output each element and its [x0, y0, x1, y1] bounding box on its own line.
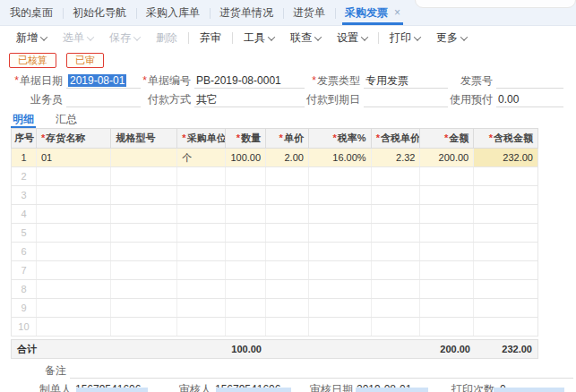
tab-detail[interactable]: 明细: [11, 112, 36, 128]
table-row[interactable]: 8: [11, 280, 538, 299]
table-cell[interactable]: [226, 167, 266, 185]
tab-purchase-invoice[interactable]: 采购发票 ×: [335, 0, 410, 25]
table-cell[interactable]: [177, 205, 226, 223]
table-cell[interactable]: [111, 149, 178, 166]
table-cell[interactable]: [309, 243, 372, 260]
table-cell[interactable]: 200.00: [420, 149, 474, 166]
column-header[interactable]: 规格型号: [111, 129, 178, 148]
table-cell[interactable]: [226, 224, 266, 242]
table-row[interactable]: 7: [11, 261, 538, 280]
table-cell[interactable]: [309, 167, 372, 185]
table-cell[interactable]: [226, 243, 266, 260]
table-cell[interactable]: [420, 280, 474, 298]
table-cell[interactable]: [372, 167, 421, 185]
table-row[interactable]: 6: [11, 243, 538, 261]
table-cell[interactable]: [309, 280, 372, 298]
column-header[interactable]: *税率%: [309, 129, 372, 148]
prepayment-field[interactable]: 0.00: [496, 92, 563, 107]
table-cell[interactable]: [226, 261, 266, 279]
table-cell[interactable]: [474, 186, 537, 204]
column-header[interactable]: *存货名称: [37, 129, 111, 148]
table-cell[interactable]: [474, 243, 537, 260]
table-cell[interactable]: [420, 243, 474, 260]
toolbar-button-unapprove[interactable]: 弃审: [200, 30, 221, 46]
table-cell[interactable]: [111, 318, 178, 336]
table-cell[interactable]: [474, 299, 537, 317]
table-cell[interactable]: [474, 167, 537, 185]
table-cell[interactable]: [177, 167, 226, 185]
column-header[interactable]: *单价: [266, 129, 309, 148]
tab-init-navigation[interactable]: 初始化导航: [63, 0, 136, 25]
payment-method-field[interactable]: 其它: [194, 92, 305, 107]
table-cell[interactable]: [226, 299, 266, 317]
toolbar-button-select-order[interactable]: 选单: [63, 30, 93, 46]
table-cell[interactable]: 2.32: [372, 149, 421, 166]
tab-incoming-order[interactable]: 进货单: [283, 0, 335, 25]
toolbar-button-add[interactable]: 新增: [16, 30, 47, 46]
bill-number-field[interactable]: PB-2019-08-0001: [194, 73, 305, 89]
salesperson-field[interactable]: [66, 92, 141, 107]
tab-summary[interactable]: 汇总: [54, 112, 79, 128]
table-cell[interactable]: [266, 261, 309, 279]
table-cell[interactable]: [37, 243, 111, 260]
table-cell[interactable]: [474, 261, 537, 279]
payment-due-date-field[interactable]: [364, 92, 448, 107]
table-cell[interactable]: [309, 205, 372, 223]
column-header[interactable]: *含税金额: [474, 129, 537, 148]
table-cell[interactable]: [474, 280, 537, 298]
table-cell[interactable]: [266, 205, 309, 223]
column-header[interactable]: *含税单价: [372, 129, 421, 148]
tab-my-desktop[interactable]: 我的桌面: [0, 0, 63, 25]
table-row[interactable]: 3: [11, 186, 538, 205]
close-icon[interactable]: ×: [394, 6, 400, 19]
table-cell[interactable]: [372, 261, 421, 279]
table-cell[interactable]: [111, 261, 178, 279]
table-cell[interactable]: [37, 280, 111, 298]
table-cell[interactable]: [37, 261, 111, 279]
table-row[interactable]: 101个100.002.0016.00%2.32200.00232.00: [11, 149, 538, 167]
tab-purchase-inbound[interactable]: 采购入库单: [136, 0, 210, 25]
table-cell[interactable]: [111, 186, 178, 204]
table-cell[interactable]: [111, 167, 178, 185]
table-cell[interactable]: [226, 318, 266, 336]
invoice-type-field[interactable]: 专用发票: [364, 73, 448, 89]
table-cell[interactable]: [309, 261, 372, 279]
toolbar-button-delete[interactable]: 删除: [156, 30, 177, 46]
table-cell[interactable]: [111, 224, 178, 242]
table-cell[interactable]: [37, 224, 111, 242]
table-cell[interactable]: [37, 318, 111, 336]
table-cell[interactable]: [37, 205, 111, 223]
column-header[interactable]: 序号: [12, 129, 37, 148]
table-cell[interactable]: 16.00%: [309, 149, 372, 166]
toolbar-button-tools[interactable]: 工具: [244, 30, 274, 46]
table-cell[interactable]: [111, 280, 178, 298]
table-cell[interactable]: [372, 243, 421, 260]
table-cell[interactable]: [177, 186, 226, 204]
toolbar-button-save[interactable]: 保存: [109, 30, 140, 46]
invoice-number-field[interactable]: [496, 73, 563, 89]
toolbar-button-settings[interactable]: 设置: [337, 30, 367, 46]
table-cell[interactable]: [266, 299, 309, 317]
table-cell[interactable]: [266, 280, 309, 298]
table-cell[interactable]: [372, 224, 421, 242]
table-cell[interactable]: [37, 186, 111, 204]
table-cell[interactable]: [420, 299, 474, 317]
table-cell[interactable]: [266, 224, 309, 242]
table-cell[interactable]: [309, 299, 372, 317]
table-cell[interactable]: [226, 186, 266, 204]
table-cell[interactable]: [177, 243, 226, 260]
table-cell[interactable]: [372, 318, 421, 336]
table-cell[interactable]: [309, 186, 372, 204]
table-cell[interactable]: [226, 280, 266, 298]
column-header[interactable]: *数量: [226, 129, 266, 148]
table-cell[interactable]: [177, 224, 226, 242]
toolbar-button-link-query[interactable]: 联查: [290, 30, 321, 46]
table-cell[interactable]: [372, 186, 421, 204]
table-cell[interactable]: 232.00: [474, 149, 537, 166]
toolbar-button-print[interactable]: 打印: [390, 30, 420, 46]
table-cell[interactable]: [37, 167, 111, 185]
column-header[interactable]: *采购单位: [177, 129, 226, 148]
table-cell[interactable]: [420, 167, 474, 185]
table-cell[interactable]: 个: [177, 149, 226, 166]
table-cell[interactable]: [420, 318, 474, 336]
